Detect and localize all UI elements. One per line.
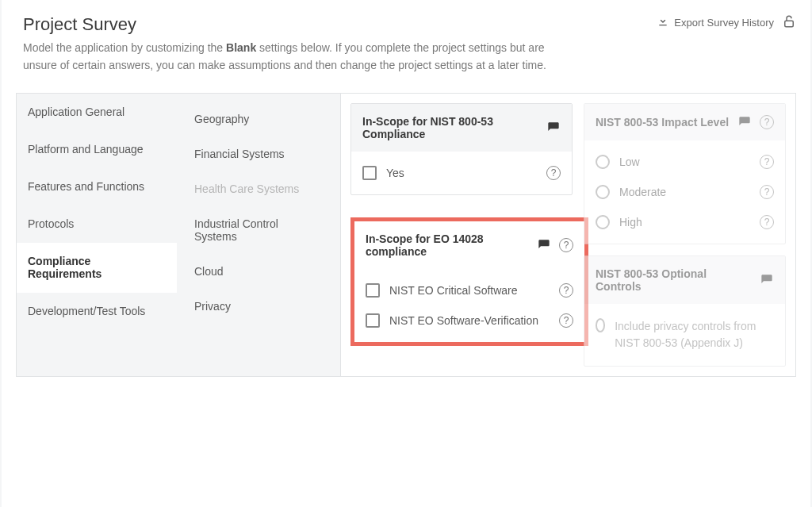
card-title-eo14028: In-Scope for EO 14028 compliance	[366, 232, 529, 258]
comment-icon[interactable]	[760, 274, 774, 286]
comment-icon[interactable]	[737, 116, 752, 129]
radio-include-privacy[interactable]	[596, 318, 605, 332]
export-label: Export Survey History	[674, 17, 774, 29]
radio-low[interactable]	[596, 155, 610, 169]
help-icon[interactable]: ?	[559, 283, 573, 298]
card-eo14028: In-Scope for EO 14028 compliance ?	[354, 221, 584, 342]
tier2-item-industrial-control-systems[interactable]: Industrial Control Systems	[182, 206, 335, 254]
sidebar-item-platform-language[interactable]: Platform and Language	[17, 131, 177, 168]
help-icon[interactable]: ?	[559, 313, 573, 328]
sidebar-tier2: Geography Financial Systems Health Care …	[177, 93, 341, 377]
option-label: Moderate	[619, 186, 666, 198]
option-label: NIST EO Critical Software	[389, 284, 518, 297]
checkbox-eo-critical[interactable]	[366, 283, 380, 298]
option-label: Low	[619, 156, 640, 168]
sidebar-tier1: Application General Platform and Languag…	[16, 93, 177, 377]
option-label: NIST EO Software-Verification	[389, 314, 538, 327]
option-row: Moderate ?	[584, 177, 785, 207]
checkbox-eo-verification[interactable]	[366, 313, 380, 328]
option-row: NIST EO Software-Verification ?	[354, 305, 584, 336]
tier2-item-privacy[interactable]: Privacy	[182, 289, 335, 324]
tier2-item-health-care-systems[interactable]: Health Care Systems	[182, 171, 335, 206]
help-icon[interactable]: ?	[760, 155, 774, 169]
card-optional-controls: NIST 800-53 Optional Controls	[584, 255, 786, 367]
sidebar-item-protocols[interactable]: Protocols	[17, 205, 177, 243]
tier2-item-cloud[interactable]: Cloud	[182, 254, 335, 289]
option-label: High	[619, 216, 642, 229]
card-title-optional-controls: NIST 800-53 Optional Controls	[596, 267, 752, 293]
sidebar-item-dev-test-tools[interactable]: Development/Test Tools	[17, 293, 177, 330]
help-icon[interactable]: ?	[760, 215, 774, 229]
lock-icon[interactable]	[782, 14, 796, 31]
option-label: Yes	[386, 167, 404, 179]
desc-strong: Blank	[226, 41, 256, 54]
tier2-item-financial-systems[interactable]: Financial Systems	[182, 136, 335, 171]
radio-high[interactable]	[596, 215, 610, 229]
tier2-item-geography[interactable]: Geography	[182, 102, 335, 136]
option-row: NIST EO Critical Software ?	[354, 275, 584, 305]
card-inscope-nist: In-Scope for NIST 800-53 Compliance	[350, 103, 573, 195]
sidebar-item-application-general[interactable]: Application General	[17, 94, 177, 131]
option-row: Include privacy controls from NIST 800-5…	[584, 310, 785, 359]
page-title: Project Survey	[23, 14, 578, 35]
sidebar-item-compliance-requirements[interactable]: Compliance Requirements	[17, 243, 177, 293]
comment-icon[interactable]	[546, 121, 561, 134]
content-panel: In-Scope for NIST 800-53 Compliance	[341, 93, 796, 377]
download-icon	[657, 15, 669, 30]
card-title-inscope-nist: In-Scope for NIST 800-53 Compliance	[362, 115, 538, 140]
help-icon[interactable]: ?	[559, 238, 573, 252]
help-icon[interactable]: ?	[760, 115, 774, 129]
page-description: Model the application by customizing the…	[23, 40, 578, 74]
svg-rect-0	[785, 21, 794, 27]
checkbox-yes[interactable]	[362, 166, 377, 180]
sidebar-item-features-functions[interactable]: Features and Functions	[17, 168, 177, 205]
card-title-impact-level: NIST 800-53 Impact Level	[596, 116, 730, 129]
highlight-eo14028: In-Scope for EO 14028 compliance ?	[350, 217, 588, 346]
help-icon[interactable]: ?	[760, 185, 774, 199]
desc-pre: Model the application by customizing the	[23, 41, 226, 54]
card-impact-level: NIST 800-53 Impact Level ?	[584, 103, 786, 244]
option-row: High ?	[584, 207, 785, 237]
option-label: Include privacy controls from NIST 800-5…	[615, 318, 774, 351]
radio-moderate[interactable]	[596, 185, 610, 199]
comment-icon[interactable]	[537, 239, 551, 252]
export-survey-history-button[interactable]: Export Survey History	[657, 15, 774, 30]
option-row: Yes ?	[351, 158, 572, 188]
option-row: Low ?	[584, 147, 785, 177]
help-icon[interactable]: ?	[546, 166, 561, 180]
